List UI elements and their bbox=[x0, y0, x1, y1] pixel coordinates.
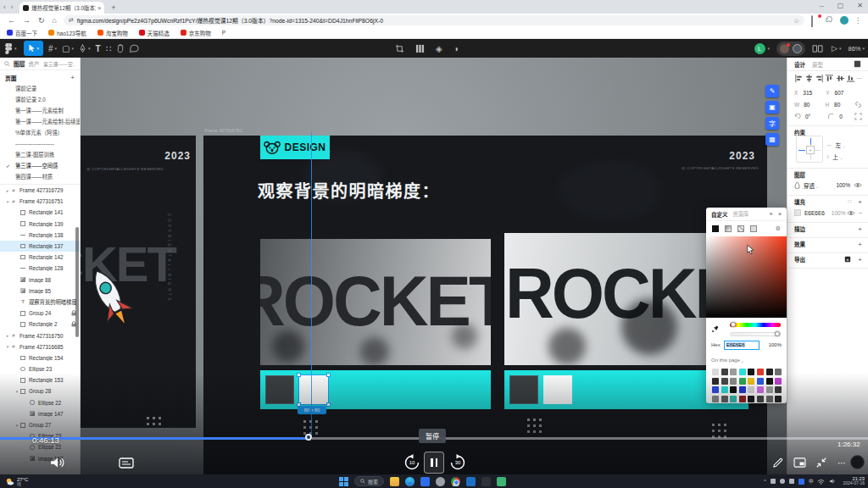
tab-prototype[interactable]: 原型 bbox=[812, 60, 823, 69]
picker-add-button[interactable]: + bbox=[769, 210, 773, 218]
page-item[interactable]: ---------------------- bbox=[0, 138, 80, 149]
present-dropdown-icon[interactable]: ▾ bbox=[839, 46, 842, 51]
annotate-pen-button[interactable]: ✎ bbox=[765, 85, 779, 97]
add-page-button[interactable]: + bbox=[70, 74, 75, 81]
window-close-button[interactable]: ✕ bbox=[857, 2, 863, 9]
layer-row[interactable]: ▸#Frame 427316750 bbox=[0, 330, 80, 341]
frame-tool-button[interactable]: #▾ bbox=[48, 44, 57, 53]
page-item[interactable]: %单体元素（阿强） bbox=[0, 127, 80, 138]
layer-row[interactable]: Ellipse 23 bbox=[0, 430, 80, 441]
hue-slider[interactable] bbox=[730, 323, 781, 327]
color-swatch[interactable] bbox=[721, 396, 728, 402]
color-swatch[interactable] bbox=[739, 369, 746, 375]
picker-close-icon[interactable]: × bbox=[778, 211, 782, 217]
color-swatch[interactable] bbox=[739, 386, 746, 393]
layer-row[interactable]: T观察背景的明暗梯度： bbox=[0, 297, 80, 308]
dark-swatch[interactable] bbox=[509, 375, 538, 404]
gradient-panel-a[interactable]: ROCKET bbox=[260, 239, 491, 365]
layer-row[interactable]: Rectangle 142 bbox=[0, 252, 80, 263]
layer-row[interactable]: Rectangle 141 bbox=[0, 207, 80, 218]
color-swatch[interactable] bbox=[766, 396, 773, 402]
taskbar-app-file-explorer[interactable] bbox=[390, 477, 399, 486]
independent-corners-icon[interactable] bbox=[854, 113, 862, 120]
white-swatch[interactable] bbox=[543, 375, 572, 404]
bookmark-item[interactable]: P bbox=[222, 30, 225, 36]
cyan-bar-a[interactable] bbox=[260, 370, 491, 409]
add-stroke-button[interactable]: + bbox=[858, 225, 862, 233]
sidebar-scrollbar[interactable] bbox=[75, 227, 79, 337]
canvas[interactable]: 2023 @ COPYRIGHTALLRIGHTS RESERVED CKET … bbox=[81, 58, 787, 488]
pen-tool-button[interactable]: ▾ bbox=[79, 43, 91, 53]
layer-row[interactable]: ▾Group 28 bbox=[0, 385, 80, 396]
color-swatch[interactable] bbox=[730, 396, 737, 402]
layer-row[interactable]: Rectangle 154 bbox=[0, 352, 80, 363]
color-swatch[interactable] bbox=[748, 369, 754, 375]
taskbar-app-generic[interactable] bbox=[436, 477, 445, 486]
color-swatch[interactable] bbox=[775, 396, 782, 402]
hex-input[interactable]: E6E6E6 bbox=[724, 341, 760, 350]
w-value[interactable]: 80 bbox=[804, 102, 810, 108]
layer-row[interactable]: Ellipse 22 bbox=[0, 441, 80, 452]
color-swatch[interactable] bbox=[766, 386, 773, 393]
color-swatch[interactable] bbox=[775, 369, 782, 375]
color-swatch[interactable] bbox=[766, 369, 773, 375]
hand-tool-button[interactable] bbox=[116, 43, 125, 53]
selected-white-swatch[interactable] bbox=[299, 375, 328, 404]
slide-heading[interactable]: 观察背景的明暗梯度： bbox=[258, 178, 440, 202]
align-top-icon[interactable] bbox=[825, 74, 834, 83]
layer-row[interactable]: Rectangle 138 bbox=[0, 230, 80, 241]
tab-close-icon[interactable]: × bbox=[97, 5, 101, 11]
layer-row[interactable]: image 147 bbox=[0, 408, 80, 419]
start-button[interactable] bbox=[339, 477, 348, 486]
layer-row[interactable]: Rectangle 139 bbox=[0, 219, 80, 230]
collaborators-pill[interactable] bbox=[776, 42, 805, 56]
align-left-icon[interactable] bbox=[794, 74, 804, 83]
constraints-widget[interactable]: + bbox=[796, 136, 823, 163]
add-effect-button[interactable]: + bbox=[858, 241, 862, 248]
taskbar-clock[interactable]: 21:23 2024-07-16 bbox=[843, 477, 865, 486]
layer-row[interactable]: Rectangle 2 bbox=[0, 319, 80, 330]
eyedropper-icon[interactable] bbox=[711, 325, 719, 333]
back-button[interactable]: ← bbox=[8, 16, 15, 25]
collaborator-avatar[interactable] bbox=[780, 44, 789, 53]
bookmark-item[interactable]: 百度一下 bbox=[7, 29, 37, 37]
bookmark-item[interactable]: 淘宝购物 bbox=[97, 29, 128, 37]
page-item[interactable]: 第二课-图层训练 bbox=[0, 149, 80, 160]
picker-tab-custom[interactable]: 自定义 bbox=[711, 210, 728, 219]
frame-label[interactable]: Frame 427316751 bbox=[204, 128, 242, 133]
tab-layers[interactable]: 图层 bbox=[14, 59, 25, 68]
align-v-center-icon[interactable] bbox=[836, 74, 845, 83]
taskbar-app-edge[interactable] bbox=[405, 477, 415, 486]
color-picker-panel[interactable]: 自定义 资源库 + × ⚙ Hex E6E6E6 100% On this pa… bbox=[706, 208, 787, 403]
dark-swatch[interactable] bbox=[265, 375, 294, 404]
current-user-avatar[interactable]: L bbox=[754, 43, 765, 54]
tray-app-icon[interactable] bbox=[798, 479, 804, 485]
distribute-more-icon[interactable]: ⋯ bbox=[856, 75, 862, 82]
color-swatch[interactable] bbox=[748, 396, 754, 402]
layer-row[interactable]: Ellipse 22 bbox=[0, 397, 80, 408]
figma-main-menu-button[interactable]: ▾ bbox=[5, 43, 17, 54]
bookmark-item[interactable]: hao123导航 bbox=[48, 29, 86, 37]
bookmark-item[interactable]: 京东购物 bbox=[181, 29, 211, 37]
color-swatch[interactable] bbox=[757, 369, 764, 375]
taskbar-app-mail[interactable] bbox=[420, 477, 430, 486]
weather-widget[interactable]: 27°C 晴 bbox=[5, 477, 28, 486]
window-minimize-button[interactable]: – bbox=[820, 2, 823, 9]
x-value[interactable]: 315 bbox=[803, 90, 812, 96]
layer-row[interactable]: image 88 bbox=[0, 274, 80, 286]
color-swatch[interactable] bbox=[739, 396, 746, 402]
color-swatch[interactable] bbox=[721, 369, 728, 375]
browser-profile-avatar[interactable] bbox=[840, 16, 849, 25]
color-swatch[interactable] bbox=[730, 369, 737, 375]
blend-mode-value[interactable]: 穿透 bbox=[804, 181, 815, 190]
y-value[interactable]: 607 bbox=[835, 90, 844, 96]
tray-icon[interactable] bbox=[780, 479, 785, 484]
fill-color-chip[interactable] bbox=[794, 209, 801, 216]
search-icon[interactable] bbox=[4, 61, 10, 67]
page-switcher[interactable]: 第三课——空… bbox=[43, 60, 75, 68]
fill-styles-icon[interactable]: ∷ bbox=[848, 198, 851, 205]
page-item[interactable]: 第一课——元素绘制-后续追加 bbox=[0, 116, 80, 127]
tray-icon[interactable] bbox=[771, 479, 776, 484]
tab-assets[interactable]: 资产 bbox=[29, 59, 40, 68]
layer-row[interactable]: image 167 bbox=[0, 453, 80, 464]
